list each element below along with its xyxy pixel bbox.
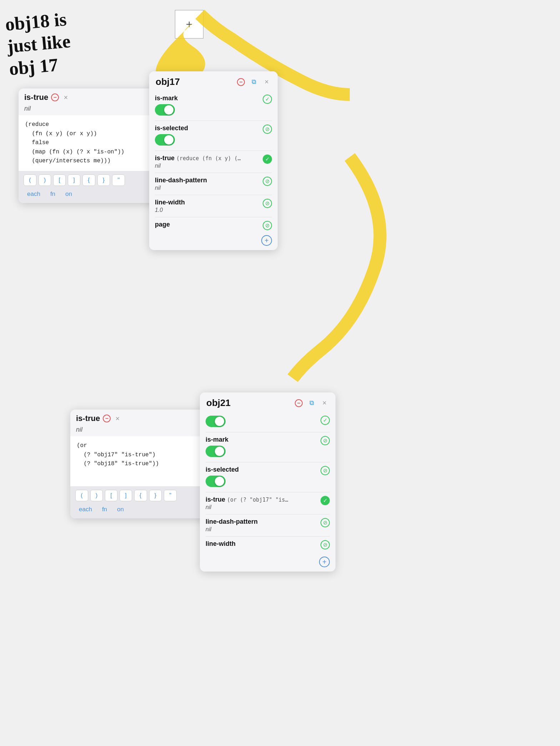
obj21-copy-icon: ⧉ (308, 399, 316, 407)
bracket-open-square-bottom[interactable]: [ (105, 490, 117, 501)
obj21-prop-list: ✓ is-mark ⊘ is-selected (200, 412, 336, 553)
obj17-minus-icon: − (237, 78, 245, 86)
obj21-prop-line-dash: line-dash-pattern nil ⊘ (206, 514, 330, 537)
handwritten-annotation: obj18 is just like obj 17 (4, 8, 73, 80)
keyword-fn-bottom[interactable]: fn (99, 504, 111, 515)
obj21-is-mark-label: is-mark (206, 436, 317, 443)
obj21-prop-is-selected: is-selected ⊘ (206, 462, 330, 492)
obj17-line-dash-value: nil (155, 185, 259, 191)
is-true-minus-icon-bottom[interactable]: − (103, 415, 111, 422)
obj17-is-true-nil: nil (155, 163, 259, 169)
obj17-is-mark-label: is-mark (155, 95, 259, 102)
obj21-line-dash-label: line-dash-pattern (206, 518, 317, 526)
obj17-is-selected-label: is-selected (155, 125, 259, 132)
obj21-line-dash-value: nil (206, 526, 317, 533)
is-true-close-top[interactable]: × (62, 93, 70, 101)
obj17-add-row: + (149, 232, 278, 250)
obj21-close-btn[interactable]: × (320, 399, 329, 408)
obj21-panel: obj21 − ⧉ × ✓ i (200, 392, 336, 572)
obj21-line-width-label: line-width (206, 540, 317, 548)
note-card: + (175, 10, 203, 39)
keyword-fn-top[interactable]: fn (47, 189, 59, 199)
obj21-add-btn[interactable]: + (318, 556, 331, 568)
bracket-quote-bottom[interactable]: " (164, 490, 177, 501)
obj21-is-true-status: ✓ (321, 496, 330, 505)
obj17-close-icon: × (263, 78, 271, 86)
is-true-panel-bottom: is-true − × nil (or (? "obj17" "is-true"… (70, 410, 220, 518)
is-true-panel-top: is-true − × nil (reduce (fn (x y) (or x … (19, 88, 168, 203)
obj17-line-dash-label: line-dash-pattern (155, 177, 259, 184)
obj21-is-mark-toggle[interactable] (206, 446, 226, 457)
is-true-title-top: is-true (24, 93, 48, 102)
obj17-page-label: page (155, 221, 259, 228)
keyword-each-top[interactable]: each (24, 189, 44, 199)
bracket-open-paren-top[interactable]: ( (24, 174, 36, 186)
obj17-prop-page: page ⊘ (155, 217, 272, 232)
keyword-on-top[interactable]: on (62, 189, 76, 199)
is-true-header-bottom: is-true − × (70, 410, 220, 425)
obj21-close-icon: × (321, 399, 328, 407)
obj17-line-width-label: line-width (155, 199, 259, 206)
bracket-close-square-top[interactable]: ] (68, 174, 80, 186)
obj17-is-mark-toggle[interactable] (155, 104, 175, 116)
bracket-open-paren-bottom[interactable]: ( (75, 490, 88, 501)
obj17-prop-is-mark: is-mark ✓ (155, 91, 272, 121)
obj21-is-selected-status: ⊘ (321, 466, 330, 475)
bracket-close-square-bottom[interactable]: ] (120, 490, 132, 501)
obj21-is-selected-label: is-selected (206, 466, 317, 473)
bracket-close-paren-bottom[interactable]: ) (90, 490, 103, 501)
obj17-add-icon: + (261, 235, 272, 246)
is-true-code-top[interactable]: (reduce (fn (x y) (or x y)) false (map (… (19, 115, 168, 171)
bracket-close-curly-top[interactable]: } (97, 174, 110, 186)
obj21-is-true-nil: nil (206, 504, 317, 511)
is-true-nil-bottom: nil (70, 425, 220, 436)
bracket-open-square-top[interactable]: [ (53, 174, 66, 186)
obj21-prop-toggle-only: ✓ (206, 412, 330, 432)
obj21-copy-btn[interactable]: ⧉ (307, 399, 316, 408)
obj17-is-selected-status: ⊘ (263, 125, 272, 134)
obj17-copy-icon: ⧉ (250, 78, 258, 86)
is-true-code-bottom[interactable]: (or (? "obj17" "is-true") (? "obj18" "is… (70, 436, 220, 486)
bracket-close-curly-bottom[interactable]: } (149, 490, 162, 501)
is-true-toolbar-top: ( ) [ ] { } " each fn on (19, 171, 168, 203)
obj17-header: obj17 − ⧉ × (149, 71, 278, 91)
obj17-is-true-code: (reduce (fn (x y) (… (176, 155, 241, 162)
obj17-is-selected-toggle[interactable] (155, 134, 175, 146)
obj21-is-mark-status: ⊘ (321, 436, 330, 445)
bracket-open-curly-bottom[interactable]: { (134, 490, 147, 501)
bracket-quote-top[interactable]: " (112, 174, 125, 186)
obj17-prop-is-selected: is-selected ⊘ (155, 121, 272, 151)
obj17-page-status: ⊘ (263, 221, 272, 230)
is-true-close-bottom[interactable]: × (113, 415, 121, 422)
obj21-add-icon: + (319, 557, 330, 567)
obj17-close-btn[interactable]: × (262, 77, 271, 87)
bracket-close-paren-top[interactable]: ) (39, 174, 51, 186)
obj21-minus-icon: − (295, 399, 303, 407)
keyword-on-bottom[interactable]: on (113, 504, 127, 515)
is-true-minus-icon-top[interactable]: − (51, 93, 59, 101)
obj21-prop-line-width: line-width ⊘ (206, 537, 330, 553)
obj21-is-true-code: (or (? "obj17" "is… (227, 497, 288, 503)
obj17-line-dash-status: ⊘ (263, 177, 272, 186)
obj17-prop-line-width: line-width 1.0 ⊘ (155, 195, 272, 217)
obj17-line-width-value: 1.0 (155, 207, 259, 213)
obj21-line-width-status: ⊘ (321, 540, 330, 549)
obj17-copy-btn[interactable]: ⧉ (249, 77, 258, 87)
is-true-nil-top: nil (19, 104, 168, 115)
obj17-is-mark-status: ✓ (263, 95, 272, 104)
obj17-is-true-label: is-true (155, 154, 176, 162)
obj21-first-status: ✓ (321, 416, 330, 425)
bracket-open-curly-top[interactable]: { (82, 174, 95, 186)
obj17-add-btn[interactable]: + (261, 234, 273, 247)
obj21-prop-is-true: is-true (or (? "obj17" "is… nil ✓ (206, 492, 330, 514)
obj17-title: obj17 (156, 76, 233, 87)
is-true-toolbar-bottom: ( ) [ ] { } " each fn on (70, 486, 220, 518)
obj21-first-toggle[interactable] (206, 416, 226, 427)
note-card-symbol: + (186, 18, 193, 31)
obj21-is-selected-toggle[interactable] (206, 476, 226, 487)
obj17-panel: obj17 − ⧉ × is-mark ✓ (149, 71, 278, 250)
obj17-minus-btn[interactable]: − (236, 77, 246, 87)
obj17-prop-list: is-mark ✓ is-selected (149, 91, 278, 232)
obj21-minus-btn[interactable]: − (294, 399, 303, 408)
keyword-each-bottom[interactable]: each (75, 504, 96, 515)
